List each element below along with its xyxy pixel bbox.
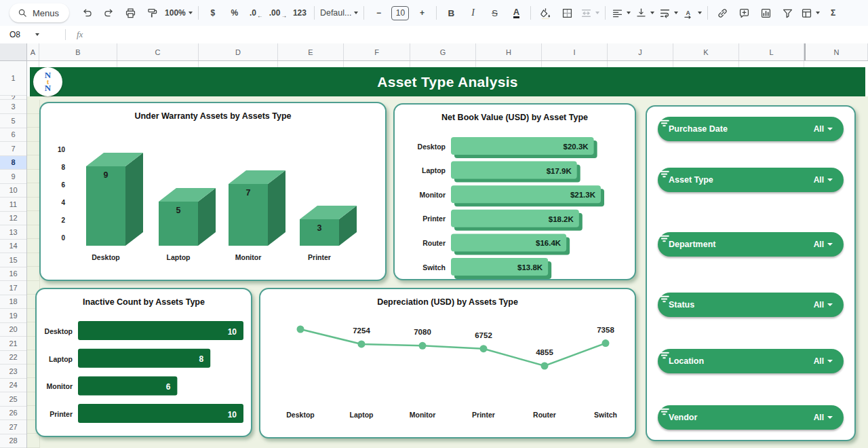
row-header-6[interactable]: 6 [0,128,26,143]
gridline [117,61,117,67]
row-header-3[interactable]: 3 [0,100,26,114]
row-header-11[interactable]: 11 [0,198,26,212]
column-header-G[interactable]: G [410,43,476,60]
increase-decimals-button[interactable]: .00→ [267,4,289,22]
column-header-A[interactable]: A [27,43,39,60]
row-header-20[interactable]: 20 [0,323,26,337]
row-header-16[interactable]: 16 [0,267,26,282]
gridline [541,61,542,67]
column-header-I[interactable]: I [542,43,608,60]
strikethrough-button-label: S [492,8,498,18]
insert-link-button[interactable] [711,4,733,22]
column-header-N[interactable]: N [804,43,868,60]
filter-button-department[interactable]: DepartmentAll [658,232,844,257]
row-header-24[interactable]: 24 [0,379,26,393]
name-box[interactable]: O8 [0,26,65,43]
italic-button[interactable]: I [462,4,484,22]
name-box-value: O8 [9,30,20,39]
row-header-1[interactable]: 1 [0,61,26,96]
functions-button[interactable]: Σ [822,4,844,22]
zoom-select[interactable]: 100% [163,4,195,22]
align-left-icon [611,7,624,20]
horizontal-align-button[interactable] [609,4,633,22]
vertical-align-button[interactable] [633,4,656,22]
inactive-count-chart-card[interactable]: Inactive Count by Assets Type Desktop10L… [35,288,252,437]
row-header-8[interactable]: 8 [0,156,26,170]
menus-button[interactable]: Menus [9,3,69,22]
merge-cells-button[interactable] [578,4,601,22]
strikethrough-button[interactable]: S [484,4,505,22]
row-header-10[interactable]: 10 [0,184,26,198]
row-header-23[interactable]: 23 [0,365,26,379]
paint-format-button[interactable] [141,4,163,22]
row-header-21[interactable]: 21 [0,337,26,351]
column-header-D[interactable]: D [199,43,278,60]
svg-text:Printer: Printer [308,253,331,261]
column-header-K[interactable]: K [673,43,739,60]
row-headers: 1235678910111213141516171819202122232425… [0,61,27,448]
row-header-14[interactable]: 14 [0,240,26,254]
format-currency-button[interactable]: $ [202,4,224,22]
filter-list-icon [658,405,671,418]
filter-button-asset-type[interactable]: Asset TypeAll [658,168,844,192]
format-percent-button[interactable]: % [224,4,245,22]
print-button[interactable] [119,4,141,22]
text-wrap-button[interactable] [656,4,680,22]
gridline [39,61,39,67]
bold-button[interactable]: B [440,4,462,22]
select-all-corner[interactable] [0,43,27,61]
decrease-font-size-button[interactable]: − [368,4,389,22]
row-header-13[interactable]: 13 [0,225,26,240]
column-header-L[interactable]: L [739,43,804,60]
row-header-22[interactable]: 22 [0,351,26,365]
filter-button-purchase-date[interactable]: Purchase DateAll [658,117,844,141]
filter-button-status[interactable]: StatusAll [658,293,844,317]
font-size-input[interactable]: 10 [389,4,411,22]
under-warranty-chart-card[interactable]: Under Warranty Assets by Assets Type 024… [39,102,387,281]
redo-button[interactable] [98,4,119,22]
undo-button[interactable] [76,4,98,22]
dropdown-caret-icon [827,179,833,181]
filter-button-location[interactable]: LocationAll [658,349,844,373]
gridline [804,61,804,67]
formula-input[interactable] [83,26,868,43]
insert-chart-button[interactable] [755,4,776,22]
column-header-H[interactable]: H [476,43,542,60]
row-header-28[interactable]: 28 [0,434,26,448]
column-header-C[interactable]: C [117,43,199,60]
column-header-F[interactable]: F [344,43,410,60]
row-header-17[interactable]: 17 [0,281,26,295]
dashboard-header-banner: Asset Type Analysis N t N [30,67,865,96]
text-color-button[interactable]: A [505,4,527,22]
borders-button[interactable] [556,4,578,22]
row-header-5[interactable]: 5 [0,114,26,128]
row-header-12[interactable]: 12 [0,212,26,226]
column-header-J[interactable]: J [608,43,673,60]
decrease-decimals-button[interactable]: .0← [245,4,267,22]
row-header-7[interactable]: 7 [0,142,26,156]
fill-color-button[interactable] [534,4,556,22]
increase-font-size-button[interactable]: + [411,4,433,22]
row-header-25[interactable]: 25 [0,392,26,407]
depreciation-chart-card[interactable]: Depreciation (USD) by Assets Type Deskto… [259,288,636,438]
svg-text:Printer: Printer [422,214,446,223]
create-filter-button[interactable] [776,4,798,22]
more-formats-button[interactable]: 123 [289,4,311,22]
row-header-26[interactable]: 26 [0,407,26,421]
net-book-value-chart-card[interactable]: Net Book Value (USD) by Asset Type Deskt… [393,103,636,280]
row-header-15[interactable]: 15 [0,253,26,267]
row-header-9[interactable]: 9 [0,170,26,184]
column-header-B[interactable]: B [39,43,117,60]
text-rotation-button[interactable]: A [680,4,704,22]
depreciation-line-chart: Desktop7254Laptop7080Monitor6752Printer4… [260,289,635,437]
comment-icon [738,7,751,20]
insert-comment-button[interactable] [733,4,755,22]
row-header-18[interactable]: 18 [0,295,26,310]
row-header-19[interactable]: 19 [0,309,26,323]
table-views-button[interactable] [798,4,822,22]
row-header-27[interactable]: 27 [0,420,26,434]
svg-text:7358: 7358 [597,326,614,334]
font-select[interactable]: Defaul... [318,4,361,22]
filter-button-vendor[interactable]: VendorAll [658,405,844,430]
column-header-E[interactable]: E [278,43,344,60]
